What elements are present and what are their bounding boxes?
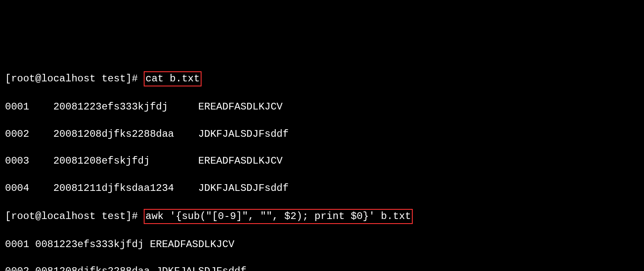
prompt: [root@localhost test]# bbox=[5, 211, 144, 222]
output-line: 0001 0081223efs333kjfdj EREADFASDLKJCV bbox=[5, 238, 639, 251]
command-line-1[interactable]: [root@localhost test]# cat b.txt bbox=[5, 71, 639, 86]
output-line: 0003 20081208efskjfdj EREADFASDLKJCV bbox=[5, 154, 639, 168]
highlighted-command-awk-sub: awk '{sub("[0-9]", "", $2); print $0}' b… bbox=[144, 209, 413, 224]
terminal-output: [root@localhost test]# cat b.txt 0001 20… bbox=[5, 58, 639, 271]
output-line: 0004 20081211djfksdaa1234 JDKFJALSDJFsdd… bbox=[5, 182, 639, 195]
command-line-2[interactable]: [root@localhost test]# awk '{sub("[0-9]"… bbox=[5, 209, 639, 224]
prompt: [root@localhost test]# bbox=[5, 73, 144, 84]
highlighted-command-cat: cat b.txt bbox=[144, 71, 202, 86]
output-line: 0001 20081223efs333kjfdj EREADFASDLKJCV bbox=[5, 100, 639, 114]
output-line: 0002 20081208djfks2288daa JDKFJALSDJFsdd… bbox=[5, 128, 639, 141]
output-line: 0002 0081208djfks2288daa JDKFJALSDJFsddf bbox=[5, 265, 639, 271]
